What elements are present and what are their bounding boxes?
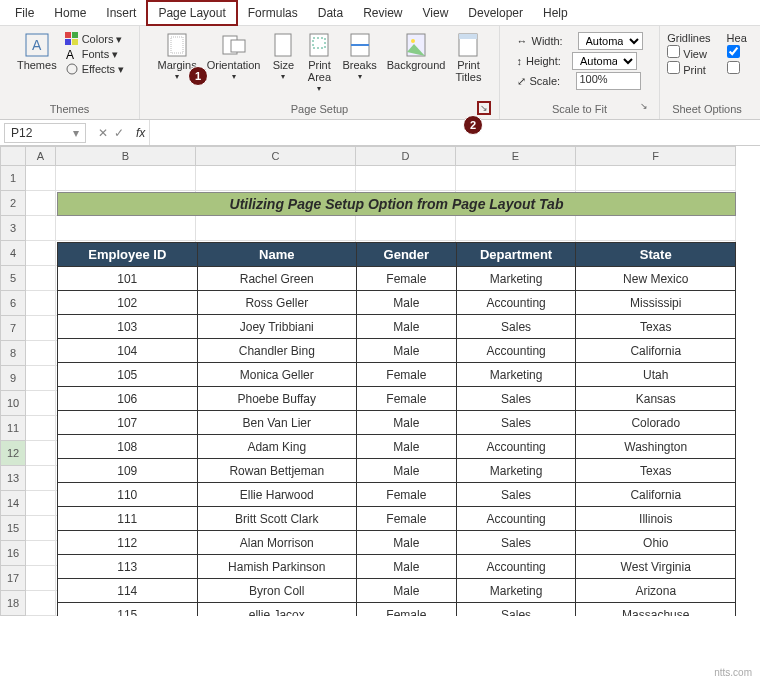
table-cell[interactable]: Sales xyxy=(456,411,576,435)
table-cell[interactable]: Byron Coll xyxy=(197,579,356,603)
table-cell[interactable]: 106 xyxy=(58,387,198,411)
headings-view-checkbox[interactable] xyxy=(727,45,747,60)
tab-data[interactable]: Data xyxy=(308,2,353,24)
table-cell[interactable]: Joey Tribbiani xyxy=(197,315,356,339)
table-cell[interactable]: Rachel Green xyxy=(197,267,356,291)
enter-icon[interactable]: ✓ xyxy=(114,126,124,140)
row-header[interactable]: 4 xyxy=(0,241,26,266)
row-header[interactable]: 12 xyxy=(0,441,26,466)
table-cell[interactable]: 103 xyxy=(58,315,198,339)
tab-formulas[interactable]: Formulas xyxy=(238,2,308,24)
table-cell[interactable]: Massachuse xyxy=(576,603,736,617)
scale-dialog-launcher[interactable]: ↘ xyxy=(637,101,651,115)
row-header[interactable]: 9 xyxy=(0,366,26,391)
table-cell[interactable]: Illinois xyxy=(576,507,736,531)
row-header[interactable]: 1 xyxy=(0,166,26,191)
table-cell[interactable]: 109 xyxy=(58,459,198,483)
scale-input[interactable]: 100% xyxy=(576,72,641,90)
size-button[interactable]: Size▾ xyxy=(266,30,300,83)
table-cell[interactable]: Male xyxy=(356,315,456,339)
table-cell[interactable]: Monica Geller xyxy=(197,363,356,387)
breaks-button[interactable]: Breaks▾ xyxy=(338,30,380,83)
col-header[interactable]: B xyxy=(56,146,196,166)
table-cell[interactable]: Phoebe Buffay xyxy=(197,387,356,411)
table-cell[interactable]: Male xyxy=(356,531,456,555)
themes-button[interactable]: A Themes xyxy=(13,30,61,73)
table-cell[interactable]: Male xyxy=(356,435,456,459)
table-cell[interactable]: Ben Van Lier xyxy=(197,411,356,435)
table-cell[interactable]: Female xyxy=(356,387,456,411)
table-cell[interactable]: Sales xyxy=(456,603,576,617)
table-cell[interactable]: Marketing xyxy=(456,459,576,483)
table-cell[interactable]: Kansas xyxy=(576,387,736,411)
tab-view[interactable]: View xyxy=(413,2,459,24)
colors-button[interactable]: Colors ▾ xyxy=(65,32,124,46)
table-cell[interactable]: Mississipi xyxy=(576,291,736,315)
fonts-button[interactable]: AFonts ▾ xyxy=(65,47,124,61)
table-cell[interactable]: Colorado xyxy=(576,411,736,435)
table-cell[interactable]: Arizona xyxy=(576,579,736,603)
height-select[interactable]: Automatic xyxy=(572,52,637,70)
row-header[interactable]: 2 xyxy=(0,191,26,216)
table-cell[interactable]: Accounting xyxy=(456,435,576,459)
table-cell[interactable]: Ohio xyxy=(576,531,736,555)
row-header[interactable]: 6 xyxy=(0,291,26,316)
table-cell[interactable]: New Mexico xyxy=(576,267,736,291)
table-cell[interactable]: Hamish Parkinson xyxy=(197,555,356,579)
table-cell[interactable]: Sales xyxy=(456,531,576,555)
table-cell[interactable]: 108 xyxy=(58,435,198,459)
table-cell[interactable]: Texas xyxy=(576,315,736,339)
table-cell[interactable]: 110 xyxy=(58,483,198,507)
table-cell[interactable]: Accounting xyxy=(456,555,576,579)
table-cell[interactable]: Female xyxy=(356,483,456,507)
table-cell[interactable]: 113 xyxy=(58,555,198,579)
table-cell[interactable]: 107 xyxy=(58,411,198,435)
tab-help[interactable]: Help xyxy=(533,2,578,24)
table-cell[interactable]: Sales xyxy=(456,315,576,339)
table-cell[interactable]: Washington xyxy=(576,435,736,459)
table-cell[interactable]: 101 xyxy=(58,267,198,291)
table-cell[interactable]: 112 xyxy=(58,531,198,555)
table-cell[interactable]: West Virginia xyxy=(576,555,736,579)
cells-area[interactable]: Utilizing Page Setup Option from Page La… xyxy=(26,166,760,616)
table-cell[interactable]: Texas xyxy=(576,459,736,483)
tab-page-layout[interactable]: Page Layout xyxy=(146,0,237,26)
table-cell[interactable]: Sales xyxy=(456,483,576,507)
table-cell[interactable]: 115 xyxy=(58,603,198,617)
gridlines-print-checkbox[interactable]: Print xyxy=(667,61,710,76)
table-cell[interactable]: Utah xyxy=(576,363,736,387)
table-cell[interactable]: 111 xyxy=(58,507,198,531)
name-box[interactable]: P12▾ xyxy=(4,123,86,143)
row-header[interactable]: 16 xyxy=(0,541,26,566)
table-cell[interactable]: California xyxy=(576,339,736,363)
row-header[interactable]: 5 xyxy=(0,266,26,291)
table-cell[interactable]: Female xyxy=(356,603,456,617)
table-cell[interactable]: Male xyxy=(356,291,456,315)
table-cell[interactable]: Male xyxy=(356,555,456,579)
table-cell[interactable]: Marketing xyxy=(456,579,576,603)
select-all-corner[interactable] xyxy=(0,146,26,166)
table-cell[interactable]: Accounting xyxy=(456,291,576,315)
tab-developer[interactable]: Developer xyxy=(458,2,533,24)
tab-file[interactable]: File xyxy=(5,2,44,24)
table-cell[interactable]: Ellie Harwood xyxy=(197,483,356,507)
table-cell[interactable]: Male xyxy=(356,579,456,603)
print-titles-button[interactable]: Print Titles xyxy=(451,30,485,85)
tab-review[interactable]: Review xyxy=(353,2,412,24)
row-header[interactable]: 14 xyxy=(0,491,26,516)
table-cell[interactable]: Sales xyxy=(456,387,576,411)
table-cell[interactable]: Accounting xyxy=(456,507,576,531)
table-cell[interactable]: 114 xyxy=(58,579,198,603)
col-header[interactable]: F xyxy=(576,146,736,166)
row-header[interactable]: 18 xyxy=(0,591,26,616)
table-cell[interactable]: ellie Jacox xyxy=(197,603,356,617)
row-header[interactable]: 8 xyxy=(0,341,26,366)
table-cell[interactable]: Female xyxy=(356,267,456,291)
print-area-button[interactable]: Print Area▾ xyxy=(302,30,336,95)
table-cell[interactable]: Britt Scott Clark xyxy=(197,507,356,531)
table-cell[interactable]: Female xyxy=(356,363,456,387)
background-button[interactable]: Background xyxy=(383,30,450,73)
row-header[interactable]: 15 xyxy=(0,516,26,541)
table-cell[interactable]: Adam King xyxy=(197,435,356,459)
formula-bar[interactable] xyxy=(149,120,760,145)
